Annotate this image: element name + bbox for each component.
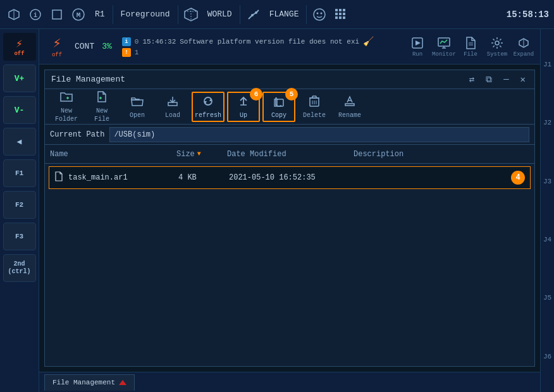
up-button[interactable]: Up 6 bbox=[227, 92, 260, 122]
fm-close-button[interactable]: ✕ bbox=[518, 73, 528, 86]
svg-rect-21 bbox=[339, 13, 342, 15]
copy-icon bbox=[273, 95, 285, 111]
expand-button[interactable]: Expand bbox=[512, 33, 535, 61]
j3-label: J3 bbox=[543, 178, 551, 185]
svg-point-12 bbox=[251, 14, 254, 16]
svg-rect-19 bbox=[343, 9, 345, 11]
notif-message-text: Software platform version file does not … bbox=[180, 38, 359, 46]
svg-point-15 bbox=[317, 12, 319, 14]
col-name: Name bbox=[50, 150, 176, 159]
new-file-icon bbox=[96, 90, 108, 106]
info-circle-icon[interactable]: i bbox=[27, 6, 44, 23]
f1-button[interactable]: F1 bbox=[3, 159, 36, 187]
open-button[interactable]: Open bbox=[121, 92, 154, 122]
file-date: 2021-05-10 16:52:35 bbox=[229, 173, 355, 182]
svg-rect-53 bbox=[277, 99, 283, 106]
file-button[interactable]: File bbox=[459, 33, 482, 61]
new-file-label: New bbox=[96, 107, 108, 114]
system-button[interactable]: System bbox=[486, 33, 508, 61]
sort-icon: ▼ bbox=[197, 150, 201, 157]
flange-label: FLANGE bbox=[266, 8, 303, 20]
square-icon[interactable] bbox=[48, 6, 66, 23]
svg-rect-18 bbox=[339, 9, 342, 11]
path-input[interactable] bbox=[109, 127, 529, 142]
ctrl-button[interactable]: 2nd(ctrl) bbox=[3, 254, 36, 282]
divider2 bbox=[178, 5, 178, 24]
new-folder-label2: Folder bbox=[55, 116, 78, 123]
power-button[interactable]: ⚡ off bbox=[3, 33, 36, 61]
j6-label: J6 bbox=[543, 353, 551, 360]
copy-label: Copy bbox=[271, 112, 286, 119]
face-icon[interactable] bbox=[311, 6, 328, 23]
world-label: WORLD bbox=[204, 8, 236, 20]
new-file-button[interactable]: New File bbox=[85, 92, 118, 122]
j1-label: J1 bbox=[543, 61, 551, 68]
refresh-label: refresh bbox=[195, 112, 221, 119]
f2-button[interactable]: F2 bbox=[3, 191, 36, 219]
bottom-tab-file-management[interactable]: File Management bbox=[44, 374, 135, 391]
warn-message: ! 1 bbox=[122, 48, 396, 57]
tab-indicator bbox=[119, 380, 126, 385]
warn-count: 1 bbox=[135, 49, 139, 56]
notification-bar: ⚡ off CONT 3% i 0 15:46:32 Software plat… bbox=[39, 29, 540, 64]
f3-button[interactable]: F3 bbox=[3, 223, 36, 250]
path-label: Current Path bbox=[50, 130, 104, 139]
fm-restore-button[interactable]: ⧉ bbox=[483, 73, 495, 86]
robot-icon[interactable] bbox=[5, 6, 23, 23]
cont-label: CONT bbox=[75, 42, 94, 51]
up-icon bbox=[237, 95, 250, 111]
new-file-label2: File bbox=[94, 116, 109, 123]
back-button[interactable]: ◀ bbox=[3, 128, 36, 156]
refresh-button[interactable]: refresh bbox=[192, 92, 225, 122]
fm-exchange-button[interactable]: ⇄ bbox=[467, 73, 477, 86]
notif-timestamp: 15:46:32 bbox=[142, 38, 176, 46]
svg-rect-23 bbox=[335, 16, 338, 19]
fm-titlebar: File Management ⇄ ⧉ ─ ✕ bbox=[45, 70, 534, 89]
file-type-icon bbox=[54, 171, 63, 184]
open-label: Open bbox=[130, 112, 145, 119]
new-folder-label: New bbox=[61, 107, 72, 114]
grid-icon[interactable] bbox=[332, 6, 350, 23]
arm-icon[interactable] bbox=[244, 6, 262, 23]
fm-title-buttons: ⇄ ⧉ ─ ✕ bbox=[467, 73, 528, 86]
svg-rect-22 bbox=[343, 13, 345, 15]
clock-display: 15:58:13 bbox=[507, 9, 549, 20]
load-button[interactable]: Load bbox=[156, 92, 189, 122]
file-row[interactable]: task_main.ar1 4 KB 2021-05-10 16:52:35 4 bbox=[49, 166, 531, 189]
info-icon: i bbox=[122, 37, 131, 46]
svg-rect-20 bbox=[335, 13, 338, 15]
warn-icon: ! bbox=[122, 48, 131, 57]
left-sidebar: ⚡ off V+ V- ◀ F1 F2 F3 2nd(ctrl) bbox=[0, 29, 39, 392]
vplus-button[interactable]: V+ bbox=[3, 64, 36, 92]
right-sidebar: J1 J2 J3 J4 J5 J6 bbox=[540, 29, 554, 392]
file-name: task_main.ar1 bbox=[68, 173, 178, 182]
run-button[interactable]: Run bbox=[406, 33, 429, 61]
notif-toolbar: Run Monitor File System Expand bbox=[406, 33, 535, 61]
open-icon bbox=[130, 95, 144, 111]
fm-minimize-button[interactable]: ─ bbox=[501, 73, 511, 86]
monitor-button[interactable]: Monitor bbox=[433, 33, 455, 61]
j4-label: J4 bbox=[543, 236, 551, 243]
delete-icon bbox=[309, 95, 320, 111]
col-size[interactable]: Size ▼ bbox=[176, 150, 227, 159]
svg-point-16 bbox=[321, 12, 323, 14]
delete-label: Delete bbox=[303, 112, 326, 119]
load-label: Load bbox=[165, 112, 180, 119]
delete-button[interactable]: Delete bbox=[298, 92, 331, 122]
top-bar: i M R1 Foreground WORLD FLANGE 15:58:13 bbox=[0, 0, 554, 29]
divider4 bbox=[306, 5, 307, 24]
box3d-icon[interactable] bbox=[182, 6, 200, 23]
copy-button[interactable]: Copy 5 bbox=[262, 92, 295, 122]
percent-label: 3% bbox=[102, 42, 112, 51]
col-desc: Description bbox=[354, 150, 529, 159]
info-count: 0 bbox=[135, 38, 139, 46]
fm-list-header: Name Size ▼ Date Modified Description bbox=[45, 145, 534, 164]
svg-rect-17 bbox=[335, 9, 338, 11]
m-icon[interactable]: M bbox=[70, 6, 87, 23]
file-management-window: File Management ⇄ ⧉ ─ ✕ New Folder bbox=[44, 70, 535, 367]
rename-button[interactable]: Rename bbox=[333, 92, 366, 122]
svg-text:i: i bbox=[34, 12, 37, 19]
new-folder-button[interactable]: New Folder bbox=[50, 92, 83, 122]
vminus-button[interactable]: V- bbox=[3, 96, 36, 124]
r1-label: R1 bbox=[91, 8, 109, 20]
